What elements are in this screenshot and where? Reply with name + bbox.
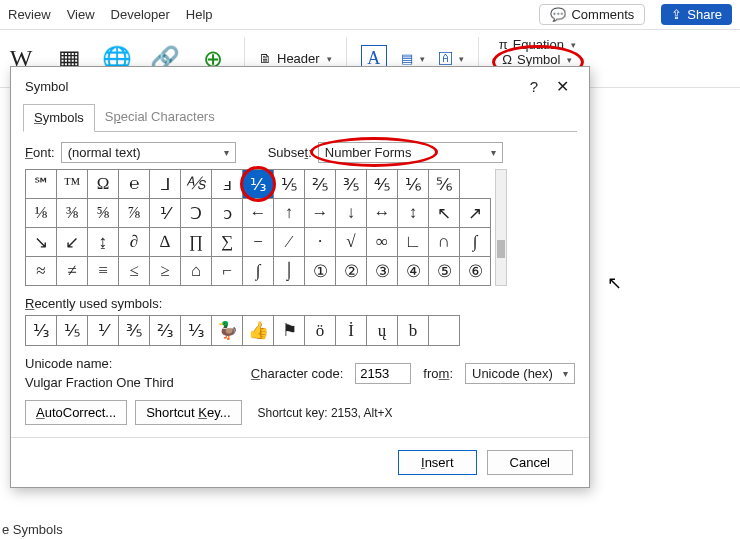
recent-cell[interactable]: ö [305,316,336,346]
symbol-cell[interactable]: − [243,228,274,257]
symbol-cell[interactable]: ↨ [88,228,119,257]
recent-cell[interactable]: ⅟ [88,316,119,346]
symbol-cell[interactable]: ⅘ [367,170,398,199]
help-button[interactable]: ? [520,78,548,95]
symbol-cell[interactable]: ≥ [150,257,181,286]
recent-cell[interactable]: ⅓ [26,316,57,346]
symbol-cell[interactable]: ∞ [367,228,398,257]
tab-special-characters[interactable]: Special Characters [95,104,225,132]
symbol-cell[interactable]: ∑ [212,228,243,257]
symbol-cell[interactable]: ∕ [274,228,305,257]
symbol-cell[interactable]: ⑤ [429,257,460,286]
tab-symbols-dialog[interactable]: Symbols [23,104,95,132]
symbol-cell[interactable]: ∆ [150,228,181,257]
symbol-cell[interactable]: ⅜ [57,199,88,228]
symbol-cell[interactable]: ⅟ [150,199,181,228]
scroll-thumb[interactable] [497,240,505,258]
symbol-cell[interactable]: ⅚ [429,170,460,199]
recent-cell[interactable]: ⅕ [57,316,88,346]
tab-review[interactable]: Review [8,7,51,22]
tab-view[interactable]: View [67,7,95,22]
symbol-cell[interactable]: ≤ [119,257,150,286]
symbol-cell[interactable]: ↘ [26,228,57,257]
symbol-cell[interactable]: ⅝ [88,199,119,228]
symbol-cell[interactable]: ③ [367,257,398,286]
close-button[interactable]: ✕ [548,77,577,96]
symbol-cell[interactable]: ∩ [429,228,460,257]
wordart-icon[interactable]: 🄰▾ [439,51,464,66]
symbol-cell[interactable]: ≠ [57,257,88,286]
symbol-cell[interactable]: ∟ [398,228,429,257]
recent-cell[interactable]: 🦆 [212,316,243,346]
symbol-cell[interactable]: ⅃ [150,170,181,199]
symbol-cell[interactable]: ↄ [212,199,243,228]
symbol-cell[interactable]: ∂ [119,228,150,257]
tab-help[interactable]: Help [186,7,213,22]
symbol-cell[interactable]: ℮ [119,170,150,199]
recent-cell[interactable]: ⚑ [274,316,305,346]
symbol-cell[interactable]: ⌐ [212,257,243,286]
symbol-cell[interactable]: Ↄ [181,199,212,228]
recent-cell[interactable]: ⅗ [119,316,150,346]
from-value: Unicode (hex) [472,366,553,381]
from-dropdown[interactable]: Unicode (hex) ▾ [465,363,575,384]
symbol-cell[interactable]: ≈ [26,257,57,286]
quickparts-icon[interactable]: ▤▾ [401,51,425,66]
comment-icon: 💬 [550,7,566,22]
charcode-input[interactable] [355,363,411,384]
symbol-cell[interactable]: ① [305,257,336,286]
symbol-cell[interactable]: ⌂ [181,257,212,286]
header-button[interactable]: 🗎 Header ▾ [259,51,332,66]
recent-cell[interactable]: ų [367,316,398,346]
recent-cell[interactable]: ⅓ [181,316,212,346]
symbol-cell[interactable]: ⅞ [119,199,150,228]
symbol-cell[interactable]: ⅍ [181,170,212,199]
symbol-cell[interactable]: Ω [88,170,119,199]
recent-cell[interactable]: b [398,316,429,346]
symbol-cell[interactable]: ↗ [460,199,491,228]
symbol-cell[interactable]: ∏ [181,228,212,257]
symbol-cell[interactable]: ⅛ [26,199,57,228]
symbol-cell[interactable]: ≡ [88,257,119,286]
symbol-cell[interactable]: ⌡ [274,257,305,286]
recent-cell[interactable]: 👍 [243,316,274,346]
symbol-cell[interactable]: ⅖ [305,170,336,199]
symbol-cell[interactable]: ⅙ [398,170,429,199]
symbol-cell[interactable]: ↕ [398,199,429,228]
recent-cell[interactable]: ⅔ [150,316,181,346]
symbol-cell[interactable]: ™ [57,170,88,199]
symbol-cell[interactable]: ⅗ [336,170,367,199]
symbol-cell[interactable]: ∫ [243,257,274,286]
symbol-cell[interactable]: ℠ [26,170,57,199]
symbol-cell[interactable]: ∫ [460,228,491,257]
symbol-cell[interactable]: ∙ [305,228,336,257]
symbol-cell[interactable]: ↔ [367,199,398,228]
tab-developer[interactable]: Developer [111,7,170,22]
subset-dropdown[interactable]: Number Forms ▾ [318,142,503,163]
symbol-cell[interactable]: ↖ [429,199,460,228]
symbol-cell[interactable]: ← [243,199,274,228]
cancel-button[interactable]: Cancel [487,450,573,475]
symbol-cell[interactable]: ⑥ [460,257,491,286]
symbol-cell[interactable]: ⅓ [243,170,274,199]
symbol-cell[interactable]: ↓ [336,199,367,228]
symbol-cell[interactable]: → [305,199,336,228]
recent-cell[interactable] [429,316,460,346]
font-dropdown[interactable]: (normal text) ▾ [61,142,236,163]
symbol-cell[interactable]: ↙ [57,228,88,257]
symbol-cell[interactable]: ↑ [274,199,305,228]
symbol-cell[interactable]: ⅕ [274,170,305,199]
symbol-cell[interactable]: ② [336,257,367,286]
scrollbar[interactable] [495,169,507,286]
shortcut-key-button[interactable]: Shortcut Key... [135,400,241,425]
share-button[interactable]: ⇪ Share [661,4,732,25]
comments-button[interactable]: 💬 Comments [539,4,645,25]
symbol-cell[interactable]: ④ [398,257,429,286]
autocorrect-button[interactable]: AutoCorrect... [25,400,127,425]
equation-button[interactable]: π Equation ▾ [499,37,576,52]
symbol-cell[interactable]: √ [336,228,367,257]
insert-button[interactable]: Insert [398,450,477,475]
recent-cell[interactable]: İ [336,316,367,346]
symbol-cell[interactable]: ⅎ [212,170,243,199]
symbol-button[interactable]: Ω Symbol ▾ [502,52,572,67]
